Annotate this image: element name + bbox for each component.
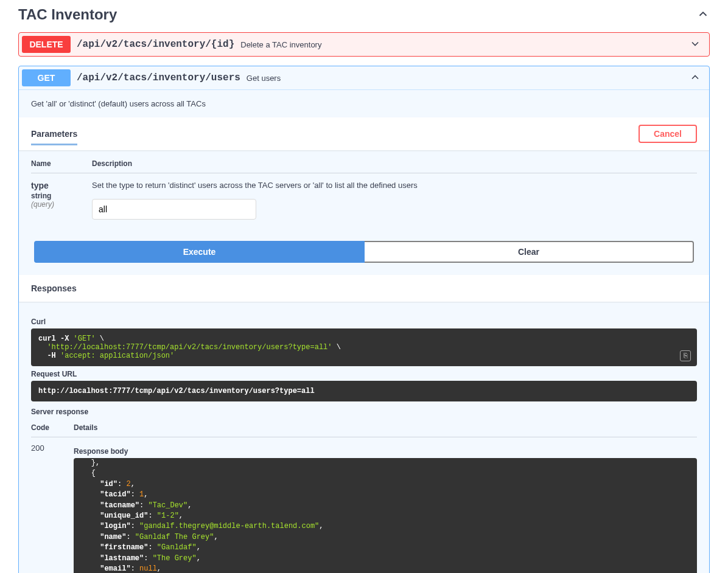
chevron-down-icon[interactable]	[689, 38, 706, 52]
col-name: Name	[31, 159, 86, 168]
op-description: Get 'all' or 'distinct' (default) users …	[19, 90, 709, 117]
server-response-label: Server response	[31, 408, 697, 416]
op-desc-get: Get users	[247, 74, 281, 83]
response-body-block[interactable]: }, { "id": 2, "tacid": 1, "tacname": "Ta…	[74, 458, 697, 573]
param-type: string	[31, 192, 86, 200]
clear-button[interactable]: Clear	[365, 241, 694, 263]
opblock-get: GET /api/v2/tacs/inventory/users Get use…	[18, 66, 710, 573]
request-url-block: http://localhost:7777/tcmp/api/v2/tacs/i…	[31, 381, 697, 401]
response-body-label: Response body	[74, 447, 697, 456]
response-code: 200	[31, 443, 74, 453]
parameters-header: Parameters Cancel	[19, 117, 709, 150]
op-desc-delete: Delete a TAC inventory	[240, 40, 321, 49]
parameters-tab[interactable]: Parameters	[31, 129, 77, 145]
op-path-delete: /api/v2/tacs/inventory/{id}	[71, 39, 240, 50]
col-description: Description	[92, 159, 697, 168]
collapse-section-icon[interactable]	[696, 7, 710, 23]
param-location: (query)	[31, 200, 86, 209]
opblock-summary-delete[interactable]: DELETE /api/v2/tacs/inventory/{id} Delet…	[19, 33, 709, 56]
responses-header: Responses	[19, 275, 709, 302]
param-description: Set the type to return 'distinct' users …	[92, 181, 697, 190]
op-path-get: /api/v2/tacs/inventory/users	[71, 72, 247, 83]
col-details: Details	[74, 423, 697, 432]
param-name: type	[31, 181, 86, 190]
section-title[interactable]: TAC Inventory	[18, 6, 117, 23]
param-input-type[interactable]	[92, 199, 256, 220]
chevron-up-icon[interactable]	[689, 71, 706, 85]
execute-button[interactable]: Execute	[34, 241, 365, 263]
copy-icon[interactable]: ⎘	[680, 350, 691, 361]
method-badge-delete: DELETE	[22, 36, 71, 53]
method-badge-get: GET	[22, 69, 71, 86]
request-url-label: Request URL	[31, 370, 697, 378]
cancel-button[interactable]: Cancel	[639, 125, 697, 143]
curl-label: Curl	[31, 318, 697, 326]
curl-block: curl -X 'GET' \ 'http://localhost:7777/t…	[31, 328, 697, 366]
opblock-summary-get[interactable]: GET /api/v2/tacs/inventory/users Get use…	[19, 66, 709, 89]
opblock-delete: DELETE /api/v2/tacs/inventory/{id} Delet…	[18, 32, 710, 57]
col-code: Code	[31, 423, 74, 432]
